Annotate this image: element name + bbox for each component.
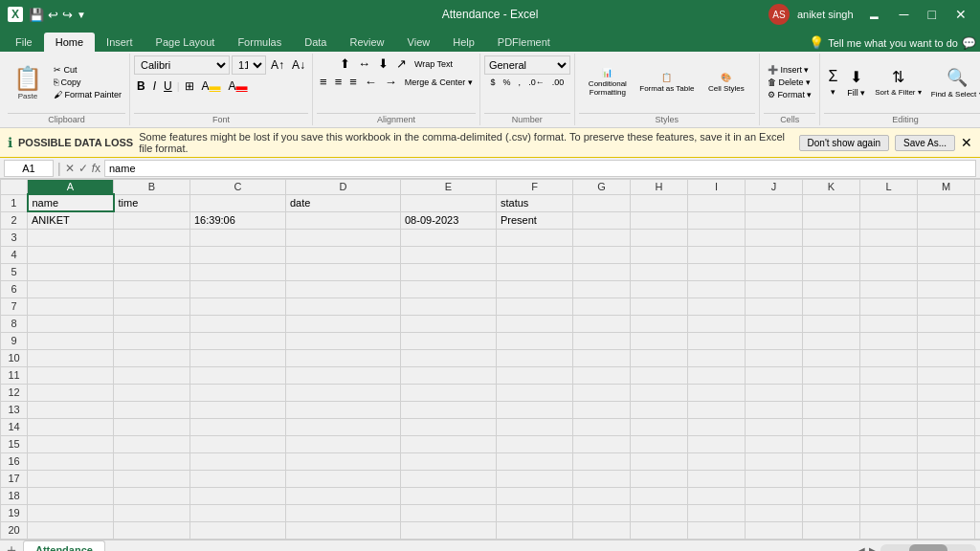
tab-help[interactable]: Help (441, 33, 486, 52)
cell[interactable] (190, 315, 286, 332)
cell[interactable] (573, 315, 631, 332)
increase-indent-button[interactable]: → (382, 74, 400, 90)
fill-button[interactable]: ⬇ Fill ▾ (843, 66, 869, 99)
cell[interactable] (497, 401, 573, 418)
align-top-button[interactable]: ⬆ (337, 55, 353, 72)
cell[interactable] (975, 229, 981, 246)
cell[interactable] (497, 349, 573, 366)
col-header-d[interactable]: D (286, 180, 401, 195)
cell[interactable] (803, 263, 860, 280)
cell[interactable] (631, 452, 688, 470)
cell[interactable] (918, 263, 975, 280)
cell[interactable] (28, 470, 114, 487)
cell[interactable] (114, 384, 190, 401)
cell[interactable] (803, 246, 860, 263)
fill-color-button[interactable]: A▬ (199, 78, 224, 94)
cell[interactable] (860, 384, 918, 401)
cell[interactable] (688, 349, 746, 366)
cell[interactable] (688, 452, 746, 470)
cell[interactable] (746, 504, 803, 521)
cell[interactable] (918, 418, 975, 435)
cell[interactable] (975, 211, 981, 229)
cell[interactable] (746, 246, 803, 263)
cell[interactable] (746, 280, 803, 298)
cell[interactable] (918, 521, 975, 539)
autosum-button[interactable]: Σ ▾ (824, 66, 841, 99)
cell[interactable] (975, 298, 981, 315)
cell[interactable] (573, 366, 631, 384)
cell[interactable] (975, 349, 981, 366)
cell[interactable] (631, 401, 688, 418)
cell[interactable] (497, 470, 573, 487)
italic-button[interactable]: I (150, 78, 159, 94)
tell-me-input[interactable]: Tell me what you want to do (828, 37, 958, 49)
cell[interactable] (190, 401, 286, 418)
insert-function-button[interactable]: fx (92, 162, 100, 175)
cell[interactable] (497, 384, 573, 401)
border-button[interactable]: ⊞ (182, 78, 197, 94)
cell[interactable] (28, 280, 114, 298)
row-header[interactable]: 15 (1, 435, 28, 452)
cell[interactable] (688, 194, 746, 211)
row-header[interactable]: 8 (1, 315, 28, 332)
cell[interactable] (746, 435, 803, 452)
cell[interactable] (114, 452, 190, 470)
cell[interactable] (286, 418, 401, 435)
cell[interactable] (631, 246, 688, 263)
row-header[interactable]: 14 (1, 418, 28, 435)
cell[interactable] (688, 315, 746, 332)
cell[interactable] (688, 470, 746, 487)
copy-button[interactable]: ⎘ Copy (50, 77, 125, 88)
cell[interactable]: name (28, 194, 114, 211)
cell[interactable] (860, 280, 918, 298)
paste-button[interactable]: 📋 Paste (8, 63, 48, 102)
cell[interactable] (918, 349, 975, 366)
tab-view[interactable]: View (396, 33, 442, 52)
cell[interactable] (286, 435, 401, 452)
tab-file[interactable]: File (4, 33, 44, 52)
dont-show-again-button[interactable]: Don't show again (799, 135, 889, 151)
cell[interactable] (746, 487, 803, 504)
cell[interactable] (746, 315, 803, 332)
cell[interactable] (573, 332, 631, 349)
cell[interactable] (114, 298, 190, 315)
cell[interactable] (975, 435, 981, 452)
cell[interactable] (860, 401, 918, 418)
cell[interactable] (28, 452, 114, 470)
row-header[interactable]: 11 (1, 366, 28, 384)
row-header[interactable]: 4 (1, 246, 28, 263)
conditional-formatting-button[interactable]: 📊 Conditional Formatting (579, 56, 636, 108)
cell[interactable] (918, 487, 975, 504)
cell[interactable] (286, 332, 401, 349)
font-color-button[interactable]: A▬ (226, 78, 251, 94)
cell[interactable] (114, 332, 190, 349)
cell[interactable] (688, 521, 746, 539)
cell[interactable] (28, 435, 114, 452)
cell[interactable] (746, 366, 803, 384)
cell[interactable] (497, 315, 573, 332)
cell[interactable] (746, 229, 803, 246)
row-header[interactable]: 19 (1, 504, 28, 521)
cell[interactable] (190, 194, 286, 211)
cell[interactable] (803, 487, 860, 504)
cell[interactable] (573, 401, 631, 418)
cell[interactable] (631, 315, 688, 332)
cell[interactable] (573, 504, 631, 521)
cell[interactable] (401, 349, 497, 366)
cell[interactable] (28, 349, 114, 366)
cell[interactable]: 16:39:06 (190, 211, 286, 229)
cell[interactable] (803, 418, 860, 435)
cell[interactable] (631, 521, 688, 539)
cell[interactable] (114, 521, 190, 539)
cell[interactable] (746, 194, 803, 211)
cell[interactable] (860, 487, 918, 504)
font-size-select[interactable]: 11 (232, 55, 266, 75)
cell[interactable] (631, 487, 688, 504)
cell[interactable] (746, 384, 803, 401)
cell[interactable] (631, 332, 688, 349)
cell[interactable] (803, 280, 860, 298)
cell[interactable] (190, 418, 286, 435)
cell[interactable] (190, 229, 286, 246)
cell[interactable] (688, 435, 746, 452)
cell[interactable] (28, 418, 114, 435)
